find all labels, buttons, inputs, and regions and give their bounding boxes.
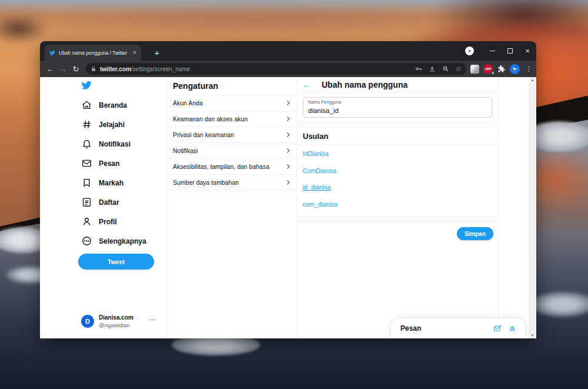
section-divider <box>297 217 498 222</box>
window-minimize-button[interactable] <box>483 41 501 61</box>
settings-item-aksesibilitas[interactable]: Aksesibilitas, tampilan, dan bahasa <box>167 158 296 174</box>
settings-title: Pengaturan <box>167 77 296 95</box>
browser-menu-icon[interactable]: ⋮ <box>526 65 532 73</box>
url-host: twitter.com <box>100 66 131 72</box>
tab-strip: Ubah nama pengguna / Twitter × + ▾ × <box>40 41 536 61</box>
password-key-icon[interactable] <box>415 65 423 73</box>
username-field-wrapper: Nama Pengguna <box>303 97 492 118</box>
browser-window: Ubah nama pengguna / Twitter × + ▾ × ← →… <box>40 41 536 338</box>
hashtag-icon <box>81 119 92 130</box>
sidebar-item-markah[interactable]: Markah <box>81 173 163 192</box>
browser-tab[interactable]: Ubah nama pengguna / Twitter × <box>45 45 141 61</box>
change-username-panel: ← Ubah nama pengguna Nama Pengguna Usula… <box>297 77 499 338</box>
sidebar-item-jelajahi[interactable]: Jelajahi <box>81 115 163 134</box>
url-text: twitter.com/settings/screen_name <box>100 66 411 72</box>
back-icon[interactable]: ← <box>44 65 56 74</box>
sidebar-item-beranda[interactable]: Beranda <box>81 95 163 115</box>
envelope-icon <box>81 158 92 169</box>
cloud-shape <box>71 5 447 35</box>
extensions-puzzle-icon[interactable] <box>497 65 506 74</box>
sidebar-item-pesan[interactable]: Pesan <box>81 154 163 173</box>
browser-profile-avatar[interactable] <box>510 64 520 74</box>
tweet-button[interactable]: Tweet <box>78 254 154 270</box>
chevron-right-icon <box>285 115 292 122</box>
url-path: /settings/screen_name <box>131 66 191 72</box>
window-maximize-button[interactable] <box>501 41 519 61</box>
window-close-button[interactable]: × <box>519 41 536 61</box>
home-icon <box>81 99 92 111</box>
settings-item-notifikasi[interactable]: Notifikasi <box>167 142 296 158</box>
bell-icon <box>81 138 92 149</box>
chevron-right-icon <box>285 131 292 138</box>
address-bar[interactable]: twitter.com/settings/screen_name ☆ <box>86 63 466 75</box>
browser-update-icon[interactable]: ▾ <box>465 46 474 55</box>
cloud-shape <box>0 15 45 42</box>
sidebar-item-selengkapnya[interactable]: Selengkapnya <box>81 231 163 251</box>
settings-item-privasi[interactable]: Privasi dan keamanan <box>167 127 296 142</box>
forward-icon[interactable]: → <box>56 65 69 74</box>
settings-column: Pengaturan Akun Anda Keamanan dan akses … <box>166 77 297 338</box>
suggestion-link[interactable]: IdDianisa <box>297 145 498 162</box>
new-tab-button[interactable]: + <box>151 46 163 59</box>
expand-messages-icon[interactable] <box>508 324 517 333</box>
save-row: Simpan <box>297 222 498 240</box>
suggestion-link[interactable]: id_dianisa <box>297 179 498 196</box>
back-arrow-icon[interactable]: ← <box>303 80 311 89</box>
twitter-sidebar: Beranda Jelajahi Notifikasi Pesan Markah… <box>40 77 166 338</box>
chevron-right-icon <box>285 179 292 186</box>
profile-name: Dianisa.com <box>99 314 133 322</box>
tab-close-icon[interactable]: × <box>133 49 136 56</box>
sidebar-profile[interactable]: D Dianisa.com @ngawidian <box>81 314 158 328</box>
twitter-logo-icon[interactable] <box>81 80 92 93</box>
chevron-right-icon <box>285 99 292 107</box>
bookmark-icon <box>81 177 92 188</box>
twitter-favicon <box>49 50 55 56</box>
reload-icon[interactable]: ↻ <box>69 65 82 74</box>
sidebar-item-notifikasi[interactable]: Notifikasi <box>81 134 163 154</box>
scroll-down-icon[interactable]: ▼ <box>531 334 534 337</box>
username-field-label: Nama Pengguna <box>308 99 487 105</box>
save-button[interactable]: Simpan <box>457 227 493 240</box>
screenshot-extension-icon[interactable] <box>470 65 479 74</box>
page-scrollbar[interactable]: ▲ ▼ <box>529 77 536 338</box>
settings-item-akun-anda[interactable]: Akun Anda <box>167 95 296 111</box>
suggestion-link[interactable]: ComDianisa <box>297 162 498 179</box>
chevron-right-icon <box>285 147 292 154</box>
bookmark-star-icon[interactable]: ☆ <box>455 65 462 72</box>
more-circle-icon <box>81 235 92 247</box>
avatar: D <box>81 315 94 328</box>
zoom-out-icon[interactable] <box>442 65 450 73</box>
panel-header: ← Ubah nama pengguna <box>297 77 498 93</box>
person-icon <box>81 216 92 227</box>
install-icon[interactable] <box>428 65 436 73</box>
adblock-label: ABP <box>485 67 492 71</box>
list-icon <box>81 197 92 208</box>
section-divider <box>297 122 498 127</box>
new-message-icon[interactable] <box>493 324 502 333</box>
scroll-up-icon[interactable]: ▲ <box>531 78 534 82</box>
twitter-page: Beranda Jelajahi Notifikasi Pesan Markah… <box>40 77 536 338</box>
messages-drawer[interactable]: Pesan <box>391 318 525 338</box>
settings-item-sumber-daya[interactable]: Sumber daya tambahan <box>167 174 296 190</box>
suggestion-link[interactable]: com_dianisa <box>297 196 498 213</box>
sidebar-item-profil[interactable]: Profil <box>81 212 163 231</box>
messages-label: Pesan <box>400 324 421 333</box>
panel-title: Ubah nama pengguna <box>322 80 407 89</box>
sidebar-item-daftar[interactable]: Daftar <box>81 192 163 212</box>
lock-icon <box>91 66 96 72</box>
browser-toolbar: ← → ↻ twitter.com/settings/screen_name ☆… <box>40 61 536 77</box>
username-input[interactable] <box>308 107 487 114</box>
profile-more-icon[interactable]: ⋯ <box>149 316 156 324</box>
settings-item-keamanan[interactable]: Keamanan dan akses akun <box>167 111 296 127</box>
profile-handle: @ngawidian <box>99 322 133 328</box>
chevron-right-icon <box>285 163 292 170</box>
adblock-extension-icon[interactable]: ABP4 <box>483 64 493 74</box>
tab-title: Ubah nama pengguna / Twitter <box>59 50 129 56</box>
adblock-badge: 4 <box>491 71 495 75</box>
suggestions-title: Usulan <box>297 127 498 145</box>
